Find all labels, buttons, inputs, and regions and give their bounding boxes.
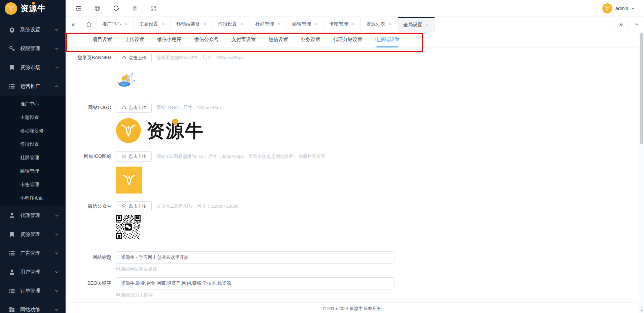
pc-settings-form: 登录页BANNER 点击上传 登录页左侧BANNER，尺寸：380px×450p… (66, 47, 638, 298)
preview-row-logo: 资源牛 (66, 118, 638, 143)
scrollbar-down-arrow[interactable]: ▼ (639, 309, 644, 312)
tab-label: 推广中心 (102, 21, 121, 27)
copyright-text: © 2015-2024 资源牛 版权所有 (66, 303, 638, 312)
sidebar-subitem-promo-center[interactable]: 推广中心 (0, 97, 66, 110)
subtab-alipay-settings[interactable]: 支付宝设置 (231, 32, 256, 47)
close-tab-icon[interactable]: × (315, 22, 317, 27)
sidebar-subitem-poster-settings[interactable]: 海报设置 (0, 137, 66, 151)
sidebar-subitem-card-key-management[interactable]: 卡密管理 (0, 178, 66, 191)
settings-subtabs: 项目设置 上传设置 微信小程序 微信公众号 支付宝设置 短信设置 业务设置 代理… (66, 32, 638, 47)
sidebar: 资源牛 系统设置 权限管理 资源市场 运营推广 推广中心 主题设置 移动端装修 (0, 0, 66, 313)
sidebar-item-resource-market[interactable]: 资源市场 (0, 58, 66, 77)
tab-promo-center[interactable]: 推广中心× (97, 17, 134, 32)
sidebar-subitem-miniprogram-pages[interactable]: 小程序页面 (0, 191, 66, 205)
home-icon (86, 21, 92, 27)
tabs-scroll-right-button[interactable]: » (613, 17, 629, 32)
form-row-wechat-official: 微信公众号 点击上传 公众号二维码图片，尺寸：320px×320px (66, 201, 638, 211)
collapse-sidebar-icon[interactable] (75, 5, 82, 12)
sidebar-item-user-management[interactable]: 用户管理 (0, 263, 66, 281)
sidebar-item-operation-promotion[interactable]: 运营推广 (0, 77, 66, 96)
upload-qrcode-button[interactable]: 点击上传 (116, 201, 152, 211)
clear-cache-trash-icon[interactable] (131, 5, 138, 12)
field-label: 登录页BANNER (66, 55, 116, 61)
sidebar-item-system-settings[interactable]: 系统设置 (0, 20, 66, 39)
sidebar-subitem-redirect-management[interactable]: 跳转管理 (0, 164, 66, 178)
tab-label: 资源列表 (366, 21, 385, 27)
subtab-sms-settings[interactable]: 短信设置 (269, 32, 288, 47)
home-tab-button[interactable] (81, 17, 97, 32)
vertical-scrollbar[interactable]: ▼ (639, 32, 644, 313)
language-globe-icon[interactable] (94, 5, 101, 12)
field-label: 网站ICO图标 (66, 153, 116, 160)
upload-banner-button[interactable]: 点击上传 (116, 53, 152, 63)
list-icon (9, 288, 15, 294)
tab-label: 跳转管理 (292, 21, 311, 27)
close-tab-icon[interactable]: × (389, 22, 391, 27)
sidebar-item-order-management[interactable]: 订单管理 (0, 281, 66, 300)
sidebar-item-permission-management[interactable]: 权限管理 (0, 39, 66, 58)
close-tab-icon[interactable]: × (203, 22, 206, 27)
tab-label: 移动端装修 (176, 21, 200, 27)
close-tab-icon[interactable]: × (352, 22, 354, 27)
tab-mobile-decorate[interactable]: 移动端装修× (171, 17, 212, 32)
close-tab-icon[interactable]: × (241, 22, 243, 27)
sidebar-subitem-mobile-decorate[interactable]: 移动端装修 (0, 124, 66, 137)
tab-resource-list[interactable]: 资源列表× (361, 17, 397, 32)
tab-redirect-management[interactable]: 跳转管理× (287, 17, 324, 32)
bookmark-icon (9, 64, 15, 71)
bookmark-icon (9, 231, 15, 238)
tab-card-key-management[interactable]: 卡密管理× (324, 17, 361, 32)
site-title-input[interactable] (116, 251, 394, 264)
upload-logo-button[interactable]: 点击上传 (116, 103, 152, 113)
chevron-up-icon (54, 84, 59, 89)
close-tab-icon[interactable]: × (278, 22, 280, 27)
subtab-project-settings[interactable]: 项目设置 (92, 32, 112, 47)
subtab-agent-substation[interactable]: 代理分站设置 (333, 32, 363, 47)
field-label: 网站LOGO (66, 105, 116, 111)
upload-ico-button[interactable]: 点击上传 (116, 151, 152, 162)
subtab-pc-settings[interactable]: 电脑端设置 (375, 32, 400, 47)
subtab-wechat-miniprogram[interactable]: 微信小程序 (157, 32, 182, 47)
refresh-icon[interactable] (113, 5, 119, 12)
chevron-down-icon (54, 28, 59, 32)
tab-community-management[interactable]: 社群管理× (250, 17, 287, 32)
sidebar-item-site-features[interactable]: 网站功能 (0, 300, 66, 313)
scrollbar-thumb[interactable] (640, 33, 643, 144)
field-label: 微信公众号 (66, 203, 116, 209)
upload-cloud-icon (121, 204, 126, 209)
tab-global-settings[interactable]: 全局设置× (398, 17, 435, 32)
subtab-business-settings[interactable]: 业务设置 (301, 32, 320, 47)
brand-coin-icon (32, 2, 35, 5)
subtab-wechat-official[interactable]: 微信公众号 (194, 32, 219, 47)
close-tab-icon[interactable]: × (125, 22, 127, 27)
tabs-dropdown-button[interactable] (629, 17, 644, 32)
tab-theme-settings[interactable]: 主题设置× (134, 17, 171, 32)
upload-cloud-icon (121, 56, 126, 61)
close-tab-icon[interactable]: × (426, 22, 429, 28)
sidebar-item-label: 代理管理 (20, 212, 54, 219)
chevron-down-icon (54, 232, 59, 237)
tabs-scroll-left-button[interactable]: « (66, 17, 81, 32)
key-icon (9, 45, 15, 52)
brand-name-text: 资源牛 (21, 4, 46, 13)
subtab-upload-settings[interactable]: 上传设置 (125, 32, 144, 47)
tab-poster-settings[interactable]: 海报设置× (213, 17, 250, 32)
brand-name: 资源牛 (21, 3, 46, 14)
app-logo[interactable]: 资源牛 (0, 0, 66, 17)
ico-preview-image (116, 167, 142, 194)
sidebar-subitem-community-management[interactable]: 社群管理 (0, 151, 66, 164)
hint-row-seo-keywords: 电脑端SEO关键字 (66, 292, 638, 298)
tabs-empty-space (435, 17, 613, 32)
sidebar-item-agent-management[interactable]: 代理管理 (0, 206, 66, 225)
upload-button-label: 点击上传 (129, 105, 146, 111)
form-row-login-banner: 登录页BANNER 点击上传 登录页左侧BANNER，尺寸：380px×450p… (66, 53, 638, 63)
fullscreen-icon[interactable] (150, 5, 157, 12)
user-menu[interactable]: admin (602, 3, 644, 13)
sidebar-subitem-theme-settings[interactable]: 主题设置 (0, 110, 66, 124)
sidebar-item-ad-management[interactable]: 广告管理 (0, 244, 66, 263)
brand-coin-icon (172, 119, 178, 125)
close-tab-icon[interactable]: × (162, 22, 164, 27)
seo-keywords-input[interactable] (116, 277, 394, 289)
sidebar-item-label: 用户管理 (20, 269, 54, 275)
sidebar-item-resource-management[interactable]: 资源管理 (0, 225, 66, 244)
